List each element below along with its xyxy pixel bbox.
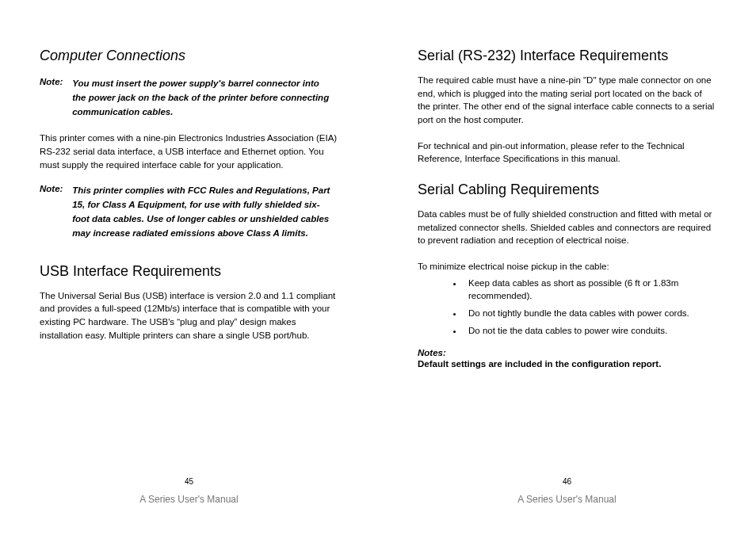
note-fcc: Note: This printer complies with FCC Rul… [40, 184, 338, 240]
heading-serial-requirements: Serial (RS-232) Interface Requirements [418, 48, 716, 64]
paragraph-serial-cable: The required cable must have a nine-pin … [418, 74, 716, 127]
list-item: Keep data cables as short as possible (6… [464, 277, 716, 302]
bullet-list: Keep data cables as short as possible (6… [418, 277, 716, 337]
note-power-supply: Note: You must insert the power supply's… [40, 77, 338, 119]
manual-title: A Series User's Manual [418, 494, 716, 505]
page-number: 45 [40, 477, 338, 486]
paragraph-shielded: Data cables must be of fully shielded co… [418, 208, 716, 247]
list-item: Do not tightly bundle the data cables wi… [464, 307, 716, 319]
left-content: Computer Connections Note: You must inse… [40, 48, 338, 477]
page-spread: Computer Connections Note: You must inse… [0, 0, 756, 535]
right-footer: 46 A Series User's Manual [418, 477, 716, 519]
left-footer: 45 A Series User's Manual [40, 477, 338, 519]
heading-cabling-requirements: Serial Cabling Requirements [418, 182, 716, 198]
manual-title: A Series User's Manual [40, 494, 338, 505]
page-number: 46 [418, 477, 716, 486]
right-page: Serial (RS-232) Interface Requirements T… [378, 0, 756, 535]
left-page: Computer Connections Note: You must inse… [0, 0, 378, 535]
note-body: This printer complies with FCC Rules and… [72, 184, 331, 240]
notes-body: Default settings are included in the con… [418, 359, 716, 369]
note-label: Note: [40, 184, 70, 193]
list-item: Do not tie the data cables to power wire… [464, 324, 716, 337]
notes-label: Notes: [418, 348, 716, 357]
note-label: Note: [40, 77, 70, 86]
paragraph-interfaces: This printer comes with a nine-pin Elect… [40, 132, 338, 171]
heading-computer-connections: Computer Connections [40, 48, 338, 64]
paragraph-pinout: For technical and pin-out information, p… [418, 139, 716, 166]
note-body: You must insert the power supply's barre… [72, 77, 331, 119]
right-content: Serial (RS-232) Interface Requirements T… [418, 48, 716, 477]
heading-usb-requirements: USB Interface Requirements [40, 263, 338, 280]
paragraph-usb: The Universal Serial Bus (USB) interface… [40, 289, 338, 342]
paragraph-minimize-noise: To minimize electrical noise pickup in t… [418, 260, 716, 273]
